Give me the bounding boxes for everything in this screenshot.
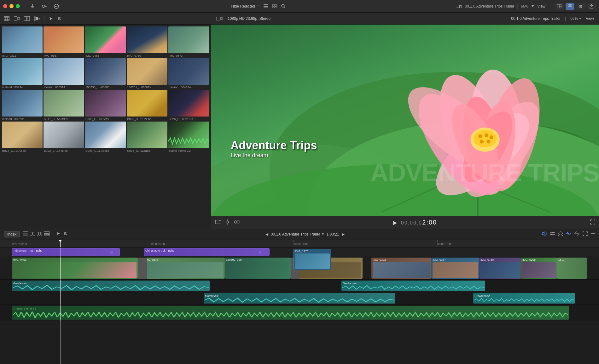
- clip-size-button[interactable]: [34, 16, 40, 21]
- search-button[interactable]: [281, 4, 286, 9]
- arrow-tool[interactable]: [49, 16, 53, 21]
- media-label-b002: B002_C...14TNas: [44, 149, 84, 152]
- tl-expand-icon[interactable]: [574, 231, 579, 237]
- floating-clip[interactable]: IMG_1775: [294, 249, 331, 270]
- media-item-iceland462[interactable]: Iceland...00462a: [168, 58, 209, 89]
- media-item-img0367[interactable]: IMG_0367: [44, 26, 84, 57]
- zoom-dropdown-icon[interactable]: [579, 18, 581, 20]
- vc-img0730[interactable]: IMG_0730: [479, 258, 521, 279]
- settings-icon[interactable]: [576, 3, 585, 10]
- tl-audio-icon[interactable]: [542, 231, 547, 237]
- media-icon-3[interactable]: [24, 16, 30, 21]
- svg-rect-13: [559, 4, 561, 6]
- checkmark-icon[interactable]: [52, 3, 61, 10]
- media-item-clip150730[interactable]: 150730_...v00083: [85, 58, 126, 89]
- key-icon[interactable]: [40, 3, 49, 10]
- svg-rect-11: [456, 5, 460, 8]
- vc-img0367[interactable]: IMG_0367: [431, 258, 479, 279]
- download-icon[interactable]: [28, 3, 37, 10]
- tl-prev-button[interactable]: ◀: [265, 232, 268, 236]
- svg-rect-28: [27, 16, 30, 21]
- tl-next-button[interactable]: ▶: [342, 232, 345, 236]
- media-thumb-img0367: [44, 26, 84, 53]
- media-label-b026: B026_C...0521IXs: [168, 117, 209, 121]
- title-clip-adventure[interactable]: Adventure Trips - Echo: [12, 248, 120, 256]
- audio-gentle-river[interactable]: Gentle river: [341, 281, 485, 291]
- tl-icon-4[interactable]: [44, 231, 49, 237]
- media-item-b025[interactable]: B025_C...21MEbs: [127, 90, 167, 121]
- vc-img0873[interactable]: IMG_0873: [144, 258, 225, 279]
- hide-rejected-button[interactable]: Hide Rejected ⌃: [231, 4, 259, 9]
- timeline: Index: [0, 229, 599, 364]
- tl-icon-2[interactable]: [30, 231, 35, 237]
- media-item-img0730[interactable]: IMG_0730: [127, 26, 167, 57]
- tl-timecode: 1:00:21: [327, 232, 339, 236]
- layout-icon-1[interactable]: [555, 3, 564, 10]
- media-item-img0453[interactable]: IMG_0453: [85, 26, 126, 57]
- tl-waveform-icon[interactable]: [566, 231, 571, 237]
- media-label-img0873: IMG_0873: [168, 54, 209, 57]
- audio-track-1: Gentle rain Gentle river: [0, 280, 599, 292]
- tl-arrow-tool[interactable]: [56, 231, 61, 237]
- media-item-a011[interactable]: A011_C...516BPs: [44, 90, 84, 121]
- grid-view-button[interactable]: [272, 4, 277, 8]
- minimize-button[interactable]: [9, 4, 14, 8]
- media-icon-1[interactable]: [4, 16, 9, 21]
- tl-icon-3[interactable]: [37, 231, 42, 237]
- index-button[interactable]: Index: [4, 231, 20, 237]
- preview-toolbar: 1080p HD 23.98p, Stereo 00.1.0 Adventure…: [211, 13, 599, 25]
- media-item-iceland620[interactable]: Iceland...00620a: [2, 90, 43, 121]
- svg-point-53: [474, 130, 497, 147]
- vc-img0453[interactable]: IMG_0453: [12, 258, 138, 279]
- list-view-button[interactable]: [264, 4, 268, 8]
- view-menu-button[interactable]: View: [586, 16, 594, 21]
- media-item-c003[interactable]: C003_C...WZacs: [127, 122, 167, 152]
- close-button[interactable]: [3, 4, 7, 8]
- music-travel-theme[interactable]: ♪ Travel theme v.2: [12, 306, 569, 320]
- media-item-b002[interactable]: B002_C...14TNas: [44, 122, 84, 152]
- media-item-clip150731[interactable]: 150731_...00087a: [127, 58, 167, 89]
- vc-img0322[interactable]: IMG_0322: [371, 258, 431, 279]
- media-item-iceland494[interactable]: Iceland...00494: [2, 58, 43, 89]
- tl-close-icon[interactable]: [591, 231, 595, 237]
- media-item-travel[interactable]: Travel theme v.2: [168, 122, 209, 152]
- media-item-c004[interactable]: C004_C...5U6acs: [85, 122, 126, 152]
- media-thumb-a011: [44, 90, 84, 117]
- preview-text-overlay: Adventure Trips Live the dream: [231, 139, 317, 159]
- tl-headphone-icon[interactable]: [558, 231, 563, 237]
- tl-dropdown-icon[interactable]: [322, 233, 324, 235]
- vc-15[interactable]: 15...: [557, 258, 587, 279]
- media-item-iceland314[interactable]: Iceland .000314: [44, 58, 84, 89]
- title-clip-china[interactable]: China Moto-trek - Echo: [144, 248, 270, 256]
- media-item-b009[interactable]: B009_C...187Vas: [85, 90, 126, 121]
- media-browser-toolbar: [0, 13, 211, 25]
- vc-150802-020[interactable]: 150802_020: [225, 258, 291, 279]
- tl-fullscreen-icon[interactable]: [583, 231, 588, 237]
- fullscreen-toggle[interactable]: [590, 219, 595, 225]
- music-track-row: ♪ Travel theme v.2: [0, 305, 599, 321]
- tl-select-tool[interactable]: [64, 231, 68, 237]
- media-item-b028[interactable]: B028_C...21A6as: [2, 122, 43, 152]
- vc-img0298[interactable]: IMG_0298: [521, 258, 557, 279]
- view-button[interactable]: View: [537, 4, 545, 9]
- effects-button[interactable]: [234, 219, 240, 225]
- selection-tool[interactable]: [58, 16, 62, 21]
- audio-motorcycle[interactable]: Motorcycle: [204, 293, 395, 304]
- media-item-img0873[interactable]: IMG_0873: [168, 26, 209, 57]
- crop-button[interactable]: [215, 219, 221, 225]
- svg-rect-8: [275, 7, 277, 8]
- tl-vol-icon[interactable]: [550, 231, 555, 237]
- layout-icon-2[interactable]: [566, 3, 574, 10]
- media-item-b026[interactable]: B026_C...0521IXs: [168, 90, 209, 121]
- fullscreen-button[interactable]: [16, 4, 20, 8]
- transform-button[interactable]: [224, 219, 230, 225]
- media-item-img0322[interactable]: IMG_0322: [2, 26, 43, 57]
- play-button[interactable]: ▶: [393, 219, 397, 226]
- tl-icon-1[interactable]: [23, 231, 28, 237]
- media-icon-2[interactable]: [14, 16, 20, 21]
- audio-crowd[interactable]: Crowd noise: [473, 293, 575, 304]
- audio-gentle-rain[interactable]: Gentle rain: [12, 281, 210, 291]
- share-icon[interactable]: [587, 3, 596, 10]
- media-thumb-img0873: [168, 26, 209, 53]
- music-playhead: [60, 305, 61, 321]
